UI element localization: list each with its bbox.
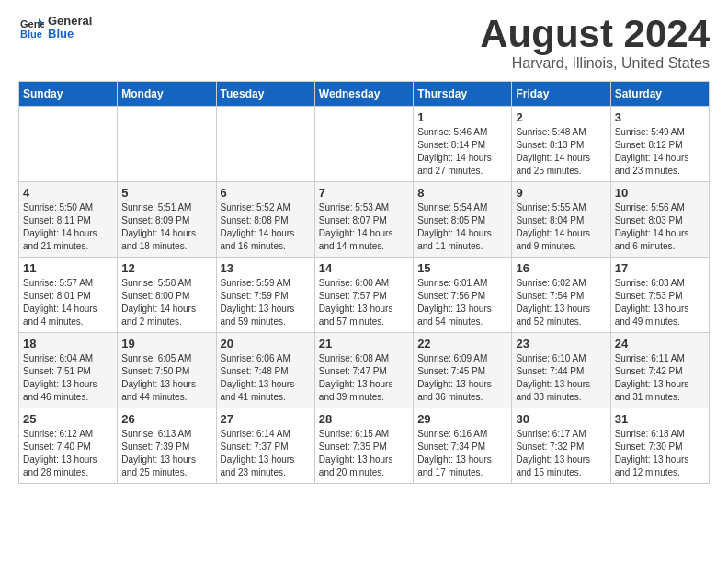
calendar-cell: 20Sunrise: 6:06 AM Sunset: 7:48 PM Dayli…	[216, 333, 314, 408]
logo-icon: General Blue	[18, 15, 44, 40]
day-info: Sunrise: 5:58 AM Sunset: 8:00 PM Dayligh…	[121, 277, 211, 328]
day-info: Sunrise: 6:17 AM Sunset: 7:32 PM Dayligh…	[516, 428, 606, 479]
calendar-cell: 1Sunrise: 5:46 AM Sunset: 8:14 PM Daylig…	[414, 107, 512, 182]
calendar-cell: 21Sunrise: 6:08 AM Sunset: 7:47 PM Dayli…	[314, 333, 413, 408]
weekday-header-tuesday: Tuesday	[216, 82, 314, 107]
weekday-header-wednesday: Wednesday	[314, 82, 413, 107]
day-info: Sunrise: 6:08 AM Sunset: 7:47 PM Dayligh…	[319, 352, 409, 404]
day-info: Sunrise: 5:55 AM Sunset: 8:04 PM Dayligh…	[516, 201, 606, 253]
day-info: Sunrise: 5:51 AM Sunset: 8:09 PM Dayligh…	[121, 201, 211, 253]
location: Harvard, Illinois, United States	[480, 55, 710, 72]
day-info: Sunrise: 5:53 AM Sunset: 8:07 PM Dayligh…	[319, 201, 409, 253]
calendar-cell: 25Sunrise: 6:12 AM Sunset: 7:40 PM Dayli…	[19, 408, 118, 484]
day-info: Sunrise: 6:11 AM Sunset: 7:42 PM Dayligh…	[615, 352, 705, 404]
weekday-header-friday: Friday	[512, 82, 610, 107]
weekday-header-row: SundayMondayTuesdayWednesdayThursdayFrid…	[19, 82, 710, 107]
day-number: 20	[221, 337, 311, 350]
day-info: Sunrise: 6:16 AM Sunset: 7:34 PM Dayligh…	[417, 428, 507, 479]
month-title: August 2024	[480, 15, 710, 53]
day-number: 26	[121, 412, 211, 426]
day-info: Sunrise: 6:12 AM Sunset: 7:40 PM Dayligh…	[23, 428, 113, 479]
day-info: Sunrise: 5:52 AM Sunset: 8:08 PM Dayligh…	[221, 201, 311, 253]
calendar-cell: 16Sunrise: 6:02 AM Sunset: 7:54 PM Dayli…	[512, 258, 610, 333]
day-info: Sunrise: 5:56 AM Sunset: 8:03 PM Dayligh…	[615, 201, 705, 253]
calendar-cell: 8Sunrise: 5:54 AM Sunset: 8:05 PM Daylig…	[414, 182, 512, 258]
calendar-cell: 30Sunrise: 6:17 AM Sunset: 7:32 PM Dayli…	[512, 408, 610, 484]
day-info: Sunrise: 6:14 AM Sunset: 7:37 PM Dayligh…	[221, 428, 311, 479]
day-number: 1	[417, 110, 507, 124]
day-info: Sunrise: 5:48 AM Sunset: 8:13 PM Dayligh…	[516, 126, 606, 178]
calendar-cell: 6Sunrise: 5:52 AM Sunset: 8:08 PM Daylig…	[216, 182, 314, 258]
day-info: Sunrise: 5:57 AM Sunset: 8:01 PM Dayligh…	[23, 277, 113, 328]
day-number: 2	[516, 110, 606, 124]
calendar-cell: 5Sunrise: 5:51 AM Sunset: 8:09 PM Daylig…	[118, 182, 216, 258]
calendar-cell	[314, 107, 413, 182]
calendar-cell: 2Sunrise: 5:48 AM Sunset: 8:13 PM Daylig…	[512, 107, 610, 182]
calendar-cell	[216, 107, 314, 182]
logo: General Blue General Blue	[18, 15, 92, 41]
day-number: 15	[417, 261, 507, 275]
day-number: 25	[23, 412, 113, 426]
day-number: 22	[417, 337, 507, 350]
week-row-1: 4Sunrise: 5:50 AM Sunset: 8:11 PM Daylig…	[19, 182, 710, 258]
day-number: 14	[319, 261, 409, 275]
day-number: 17	[615, 261, 705, 275]
logo-text: General Blue	[48, 15, 92, 41]
page-container: General Blue General Blue August 2024 Ha…	[0, 0, 728, 493]
calendar-cell: 31Sunrise: 6:18 AM Sunset: 7:30 PM Dayli…	[610, 408, 709, 484]
svg-text:Blue: Blue	[20, 29, 42, 40]
title-area: August 2024 Harvard, Illinois, United St…	[480, 15, 710, 72]
day-info: Sunrise: 6:09 AM Sunset: 7:45 PM Dayligh…	[417, 352, 507, 404]
calendar-table: SundayMondayTuesdayWednesdayThursdayFrid…	[18, 81, 710, 484]
calendar-cell: 22Sunrise: 6:09 AM Sunset: 7:45 PM Dayli…	[414, 333, 512, 408]
week-row-3: 18Sunrise: 6:04 AM Sunset: 7:51 PM Dayli…	[19, 333, 710, 408]
calendar-cell: 18Sunrise: 6:04 AM Sunset: 7:51 PM Dayli…	[19, 333, 118, 408]
day-number: 18	[23, 337, 113, 350]
calendar-cell: 3Sunrise: 5:49 AM Sunset: 8:12 PM Daylig…	[610, 107, 709, 182]
day-number: 23	[516, 337, 606, 350]
day-info: Sunrise: 6:18 AM Sunset: 7:30 PM Dayligh…	[615, 428, 705, 479]
day-number: 10	[615, 186, 705, 200]
calendar-cell: 7Sunrise: 5:53 AM Sunset: 8:07 PM Daylig…	[314, 182, 413, 258]
calendar-cell: 27Sunrise: 6:14 AM Sunset: 7:37 PM Dayli…	[216, 408, 314, 484]
day-number: 28	[319, 412, 409, 426]
calendar-cell: 28Sunrise: 6:15 AM Sunset: 7:35 PM Dayli…	[314, 408, 413, 484]
day-number: 7	[319, 186, 409, 200]
calendar-cell: 15Sunrise: 6:01 AM Sunset: 7:56 PM Dayli…	[414, 258, 512, 333]
calendar-cell: 4Sunrise: 5:50 AM Sunset: 8:11 PM Daylig…	[19, 182, 118, 258]
day-info: Sunrise: 6:13 AM Sunset: 7:39 PM Dayligh…	[121, 428, 211, 479]
calendar-cell: 19Sunrise: 6:05 AM Sunset: 7:50 PM Dayli…	[118, 333, 216, 408]
weekday-header-thursday: Thursday	[414, 82, 512, 107]
day-number: 21	[319, 337, 409, 350]
calendar-cell: 17Sunrise: 6:03 AM Sunset: 7:53 PM Dayli…	[610, 258, 709, 333]
calendar-cell: 13Sunrise: 5:59 AM Sunset: 7:59 PM Dayli…	[216, 258, 314, 333]
logo-general: General	[48, 15, 92, 28]
day-info: Sunrise: 5:59 AM Sunset: 7:59 PM Dayligh…	[221, 277, 311, 328]
day-number: 3	[615, 110, 705, 124]
day-info: Sunrise: 5:46 AM Sunset: 8:14 PM Dayligh…	[417, 126, 507, 178]
day-number: 16	[516, 261, 606, 275]
day-number: 19	[121, 337, 211, 350]
day-info: Sunrise: 6:15 AM Sunset: 7:35 PM Dayligh…	[319, 428, 409, 479]
calendar-cell	[118, 107, 216, 182]
calendar-cell: 12Sunrise: 5:58 AM Sunset: 8:00 PM Dayli…	[118, 258, 216, 333]
day-number: 6	[221, 186, 311, 200]
day-number: 12	[121, 261, 211, 275]
calendar-cell: 29Sunrise: 6:16 AM Sunset: 7:34 PM Dayli…	[414, 408, 512, 484]
day-info: Sunrise: 6:03 AM Sunset: 7:53 PM Dayligh…	[615, 277, 705, 328]
day-info: Sunrise: 6:01 AM Sunset: 7:56 PM Dayligh…	[417, 277, 507, 328]
header: General Blue General Blue August 2024 Ha…	[18, 15, 710, 72]
day-number: 31	[615, 412, 705, 426]
day-number: 29	[417, 412, 507, 426]
day-info: Sunrise: 6:10 AM Sunset: 7:44 PM Dayligh…	[516, 352, 606, 404]
day-info: Sunrise: 6:04 AM Sunset: 7:51 PM Dayligh…	[23, 352, 113, 404]
calendar-cell: 26Sunrise: 6:13 AM Sunset: 7:39 PM Dayli…	[118, 408, 216, 484]
weekday-header-sunday: Sunday	[19, 82, 118, 107]
day-info: Sunrise: 5:50 AM Sunset: 8:11 PM Dayligh…	[23, 201, 113, 253]
weekday-header-saturday: Saturday	[610, 82, 709, 107]
day-number: 8	[417, 186, 507, 200]
day-info: Sunrise: 5:54 AM Sunset: 8:05 PM Dayligh…	[417, 201, 507, 253]
calendar-cell: 11Sunrise: 5:57 AM Sunset: 8:01 PM Dayli…	[19, 258, 118, 333]
week-row-4: 25Sunrise: 6:12 AM Sunset: 7:40 PM Dayli…	[19, 408, 710, 484]
week-row-0: 1Sunrise: 5:46 AM Sunset: 8:14 PM Daylig…	[19, 107, 710, 182]
